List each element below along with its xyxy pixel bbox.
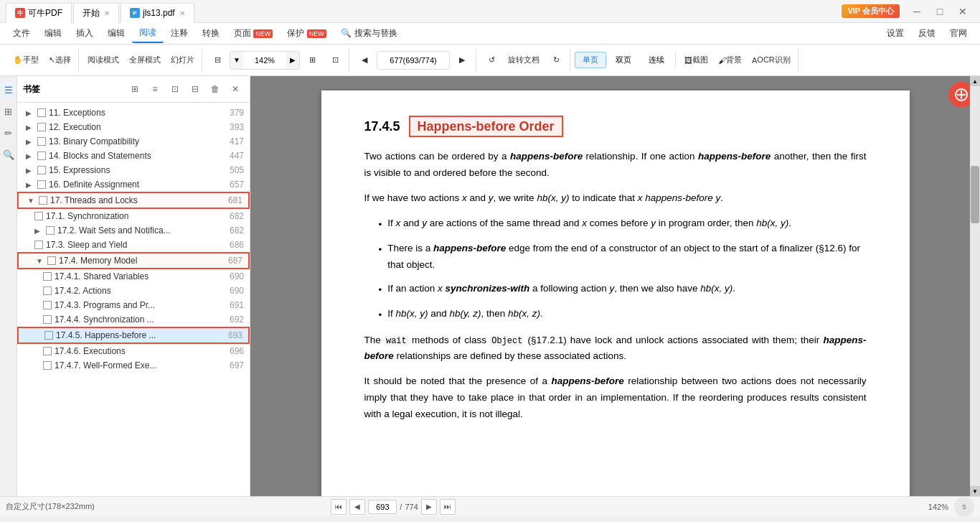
zoom-dropdown-button[interactable]: ▼ — [230, 51, 243, 70]
checkbox-12[interactable] — [37, 123, 46, 131]
corner-s-icon[interactable]: S — [954, 497, 974, 517]
checkbox-17-3[interactable] — [34, 241, 43, 249]
pdf-area[interactable]: 17.4.5Happens-before Order Two actions c… — [250, 76, 980, 496]
checkbox-17[interactable] — [39, 196, 47, 205]
minimize-button[interactable]: ─ — [905, 1, 928, 22]
toc-item-17-4[interactable]: ▼ 17.4. Memory Model 687 — [17, 252, 250, 269]
vip-badge[interactable]: VIP 会员中心 — [842, 4, 900, 18]
tab-pdf-close[interactable]: ✕ — [179, 9, 185, 17]
nav-prev-button[interactable]: ◀ — [354, 49, 375, 72]
menu-comment[interactable]: 注释 — [164, 24, 195, 42]
fit-width-button[interactable]: ⊡ — [324, 49, 346, 72]
toc-item-11[interactable]: ▶ 11. Exceptions 379 — [17, 106, 250, 120]
checkbox-11[interactable] — [37, 108, 46, 117]
checkbox-15[interactable] — [37, 166, 46, 174]
tab-start[interactable]: 开始 ✕ — [73, 3, 119, 23]
search-panel-icon[interactable]: 🔍 — [1, 146, 17, 162]
toc-item-17-4-4[interactable]: 17.4.4. Synchronization ... 692 — [17, 312, 250, 327]
screenshot-button[interactable]: 🖼 截图 — [680, 49, 712, 72]
zoom-input[interactable] — [243, 56, 286, 65]
toc-item-17-1[interactable]: 17.1. Synchronization 682 — [17, 209, 250, 223]
checkbox-17-1[interactable] — [34, 212, 43, 220]
toc-item-16[interactable]: ▶ 16. Definite Assignment 657 — [17, 177, 250, 192]
page-number-input[interactable] — [368, 500, 397, 514]
sidebar-collapse-icon[interactable]: ⊟ — [187, 80, 204, 98]
checkbox-14[interactable] — [37, 152, 46, 160]
menu-feedback[interactable]: 反馈 — [911, 24, 943, 42]
toc-item-15[interactable]: ▶ 15. Expressions 505 — [17, 163, 250, 177]
checkbox-17-4-2[interactable] — [43, 286, 52, 295]
rotate-doc-button[interactable]: 旋转文档 — [504, 49, 544, 72]
zoom-in-button[interactable]: ⊞ — [301, 49, 323, 72]
checkbox-17-4-7[interactable] — [43, 361, 52, 370]
annotation-icon[interactable]: ✏ — [1, 125, 17, 141]
scroll-track[interactable] — [970, 86, 980, 486]
prev-page-button[interactable]: ◀ — [349, 499, 365, 515]
sidebar-expand-icon[interactable]: ⊡ — [166, 80, 184, 98]
scrollbar[interactable]: ▲ ▼ — [970, 76, 980, 496]
first-page-button[interactable]: ⏮ — [331, 499, 347, 515]
toc-item-17-4-1[interactable]: 17.4.1. Shared Variables 690 — [17, 269, 250, 284]
nav-next-button[interactable]: ▶ — [451, 49, 473, 72]
menu-convert[interactable]: 转换 — [195, 24, 227, 42]
toc-item-17-4-6[interactable]: 17.4.6. Executions 696 — [17, 344, 250, 358]
last-page-button[interactable]: ⏭ — [440, 499, 456, 515]
toc-item-17-2[interactable]: ▶ 17.2. Wait Sets and Notifica... 682 — [17, 223, 250, 238]
toc-item-17-4-5[interactable]: 17.4.5. Happens-before ... 693 — [17, 327, 250, 344]
fullscreen-button[interactable]: 全屏模式 — [125, 49, 165, 72]
single-page-button[interactable]: 单页 — [575, 52, 606, 68]
menu-read[interactable]: 阅读 — [132, 24, 164, 43]
menu-file[interactable]: 文件 — [6, 24, 37, 42]
zoom-out-button[interactable]: ⊟ — [207, 49, 228, 72]
select-tool-button[interactable]: ↖ 选择 — [44, 49, 75, 72]
sidebar-grid-icon[interactable]: ≡ — [146, 80, 164, 98]
menu-settings[interactable]: 设置 — [880, 24, 911, 42]
toc-item-17-4-2[interactable]: 17.4.2. Actions 690 — [17, 284, 250, 298]
double-page-button[interactable]: 双页 — [608, 52, 639, 68]
checkbox-17-4[interactable] — [47, 256, 56, 265]
toc-item-17-3[interactable]: 17.3. Sleep and Yield 686 — [17, 238, 250, 252]
scroll-down-button[interactable]: ▼ — [970, 486, 980, 496]
toc-item-17-4-7[interactable]: 17.4.7. Well-Formed Exe... 697 — [17, 358, 250, 373]
sidebar-list-icon[interactable]: ⊞ — [126, 80, 143, 98]
checkbox-17-4-3[interactable] — [43, 301, 52, 309]
sidebar-delete-icon[interactable]: 🗑 — [207, 80, 224, 98]
toc-item-12[interactable]: ▶ 12. Execution 393 — [17, 120, 250, 134]
menu-annotate[interactable]: 编辑 — [100, 24, 132, 42]
thumbnail-icon[interactable]: ⊞ — [1, 103, 17, 119]
close-button[interactable]: ✕ — [951, 1, 974, 22]
checkbox-16[interactable] — [37, 180, 46, 189]
tab-kanniu[interactable]: 牛 可牛PDF — [6, 3, 72, 23]
tab-pdf[interactable]: P jls13.pdf ✕ — [121, 3, 194, 23]
sidebar-close-icon[interactable]: ✕ — [227, 80, 244, 98]
menu-insert[interactable]: 插入 — [69, 24, 100, 42]
zoom-right-arrow[interactable]: ▶ — [286, 51, 299, 70]
checkbox-17-2[interactable] — [46, 226, 55, 235]
toc-item-17[interactable]: ▼ 17. Threads and Locks 681 — [17, 192, 250, 209]
bookmark-icon[interactable]: ☰ — [1, 82, 17, 98]
checkbox-17-4-4[interactable] — [43, 315, 52, 324]
page-display-input[interactable] — [377, 56, 449, 65]
rotate-right-button[interactable]: ↻ — [545, 49, 567, 72]
menu-page[interactable]: 页面 NEW — [227, 24, 280, 42]
toc-item-13[interactable]: ▶ 13. Binary Compatibility 417 — [17, 134, 250, 149]
next-page-button[interactable]: ▶ — [421, 499, 437, 515]
maximize-button[interactable]: □ — [928, 1, 951, 22]
toc-item-17-4-3[interactable]: 17.4.3. Programs and Pr... 691 — [17, 298, 250, 312]
ocr-button[interactable]: A OCR识别 — [748, 49, 795, 72]
toc-item-14[interactable]: ▶ 14. Blocks and Statements 447 — [17, 149, 250, 163]
menu-edit[interactable]: 编辑 — [37, 24, 69, 42]
checkbox-13[interactable] — [37, 137, 46, 146]
scroll-thumb[interactable] — [971, 166, 979, 223]
hand-tool-button[interactable]: ✋ 手型 — [9, 49, 43, 72]
menu-protect[interactable]: 保护 NEW — [280, 24, 333, 42]
read-mode-button[interactable]: 阅读模式 — [83, 49, 123, 72]
menu-search[interactable]: 🔍搜索与替换 — [334, 24, 405, 42]
checkbox-17-4-6[interactable] — [43, 347, 52, 355]
menu-official[interactable]: 官网 — [943, 24, 974, 42]
rotate-left-button[interactable]: ↺ — [481, 49, 502, 72]
slideshow-button[interactable]: 幻灯片 — [166, 49, 199, 72]
tab-start-close[interactable]: ✕ — [104, 9, 110, 17]
background-button[interactable]: 🖌 背景 — [714, 49, 746, 72]
checkbox-17-4-1[interactable] — [43, 272, 52, 281]
